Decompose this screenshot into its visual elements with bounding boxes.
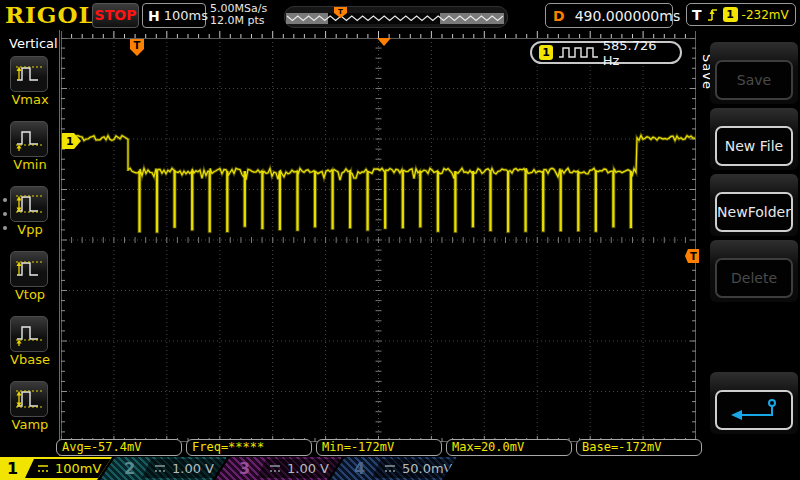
run-state-badge: STOP	[92, 3, 139, 28]
oscilloscope-screen: RIGOL STOP H 100ms 5.00MSa/s 12.0M pts T…	[0, 0, 800, 480]
save-button[interactable]: Save	[715, 60, 793, 100]
acquisition-info: 5.00MSa/s 12.0M pts	[210, 3, 267, 27]
new-folder-button[interactable]: NewFolder	[715, 192, 793, 232]
back-button[interactable]	[715, 390, 793, 430]
trigger-level-value: -232mV	[742, 8, 789, 22]
trigger-center-marker[interactable]	[377, 38, 391, 46]
channel3-scale: 1.00 V	[287, 461, 329, 476]
new-file-button[interactable]: New File	[715, 126, 793, 166]
svg-text:T: T	[690, 251, 697, 262]
channel1-waveform-trace	[61, 38, 696, 442]
vbase-icon	[10, 316, 48, 352]
counter-value: 585.726 Hz	[603, 38, 673, 68]
measure-item-vmin[interactable]: Vmin	[10, 121, 50, 172]
measure-item-vpp[interactable]: Vpp	[10, 186, 50, 237]
rising-edge-icon	[706, 7, 719, 22]
horizontal-label: H	[148, 8, 160, 24]
measure-menu-panel: Vertical Vmax Vmin	[0, 30, 60, 456]
measure-menu-title: Vertical	[0, 30, 59, 51]
measurement-bar: Avg=-57.4mV Freq=***** Min=-172mV Max=20…	[56, 439, 702, 456]
channel2-scale: 1.00 V	[172, 461, 214, 476]
dc-coupling-icon	[384, 464, 396, 473]
delete-button[interactable]: Delete	[715, 258, 793, 298]
dc-coupling-icon	[37, 464, 49, 473]
measure-item-vtop[interactable]: Vtop	[10, 251, 50, 302]
trigger-position-flag[interactable]: T	[130, 39, 144, 56]
softkey-row: Delete	[710, 240, 798, 302]
delay-value: 490.000000ms	[575, 8, 681, 24]
memory-waveform-thumbnail: T	[284, 6, 508, 28]
softkey-row	[710, 372, 798, 434]
channel2-tab[interactable]: 2 1.00 V	[100, 457, 227, 480]
delay-label: D	[553, 8, 565, 24]
softkey-row: NewFolder	[710, 174, 798, 236]
vpp-icon	[10, 186, 48, 222]
trigger-info-box: T 1 -232mV	[686, 3, 796, 26]
channel1-tab[interactable]: 1 100mV	[0, 457, 112, 480]
channel1-scale: 100mV	[55, 461, 101, 476]
svg-text:T: T	[134, 40, 141, 51]
vmin-icon	[10, 121, 48, 157]
vamp-icon	[10, 381, 48, 417]
graticule-area	[61, 38, 696, 442]
measurement-min: Min=-172mV	[316, 439, 442, 456]
brand-logo: RIGOL	[5, 1, 96, 28]
channel1-level-marker[interactable]: 1	[62, 133, 81, 149]
channel4-scale: 50.0mV	[402, 461, 453, 476]
top-status-bar: RIGOL STOP H 100ms 5.00MSa/s 12.0M pts T…	[0, 0, 800, 30]
measurement-avg: Avg=-57.4mV	[56, 439, 182, 456]
dc-coupling-icon	[269, 464, 281, 473]
return-arrow-icon	[728, 397, 780, 423]
softkey-row: New File	[710, 108, 798, 170]
trigger-delay-box: D 490.000000ms	[545, 3, 673, 28]
thumbnail-wave-icon: T	[285, 7, 505, 25]
svg-text:T: T	[338, 8, 343, 16]
vtop-icon	[10, 251, 48, 287]
measurement-max: Max=20.0mV	[446, 439, 572, 456]
timebase-ruler	[61, 31, 696, 38]
dc-coupling-icon	[154, 464, 166, 473]
measure-item-vbase[interactable]: Vbase	[10, 316, 50, 367]
horizontal-timebase-box: H 100ms	[142, 3, 206, 28]
timebase-value: 100ms	[164, 8, 208, 23]
counter-source-badge: 1	[539, 45, 553, 60]
channel-status-bar: 1 100mV 2 1.00 V 3	[0, 456, 800, 480]
softkey-menu-panel: Save Save New File NewFolder Delete	[700, 30, 800, 456]
vmax-icon	[10, 56, 48, 92]
channel4-tab[interactable]: 4 50.0mV	[330, 457, 457, 480]
memory-depth: 12.0M pts	[210, 15, 267, 27]
measure-item-vamp[interactable]: Vamp	[10, 381, 50, 432]
trigger-source-badge: 1	[723, 7, 738, 22]
softkey-row: Save	[710, 42, 798, 104]
channel3-tab[interactable]: 3 1.00 V	[215, 457, 342, 480]
trigger-level-marker[interactable]: T	[685, 249, 699, 264]
measurement-base: Base=-172mV	[576, 439, 702, 456]
menu-scroll-dots	[3, 188, 7, 240]
frequency-counter: 1 585.726 Hz	[530, 41, 682, 64]
svg-text:1: 1	[66, 135, 74, 148]
measurement-freq: Freq=*****	[186, 439, 312, 456]
measure-item-vmax[interactable]: Vmax	[10, 56, 50, 107]
square-wave-icon	[558, 46, 598, 59]
trigger-label: T	[692, 7, 702, 23]
